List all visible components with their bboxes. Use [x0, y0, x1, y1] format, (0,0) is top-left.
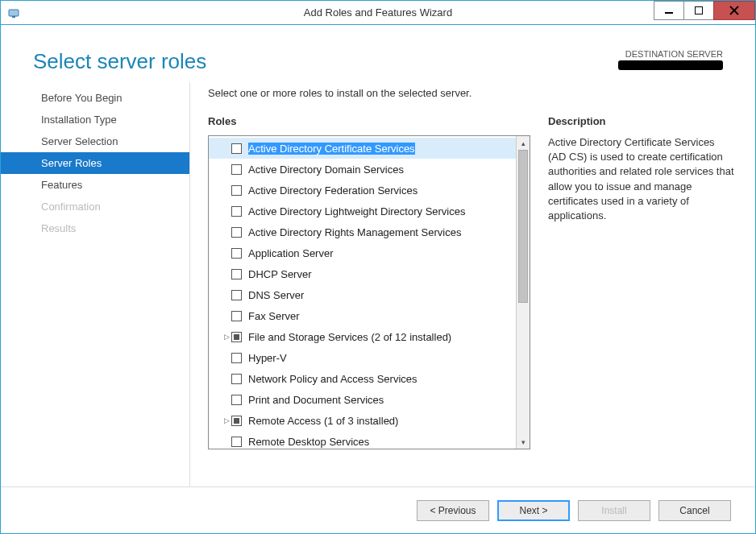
role-checkbox[interactable] [231, 227, 242, 238]
header: Select server roles DESTINATION SERVER [1, 25, 755, 82]
close-button[interactable] [713, 1, 755, 20]
instruction-text: Select one or more roles to install on t… [208, 87, 734, 99]
role-label: Print and Document Services [248, 394, 384, 406]
columns: Roles Active Directory Certificate Servi… [208, 115, 734, 449]
role-label: Remote Desktop Services [248, 436, 369, 448]
page-title: Select server roles [33, 49, 206, 74]
nav-item-results: Results [1, 217, 189, 239]
role-row[interactable]: DNS Server [209, 284, 516, 305]
destination-label-text: DESTINATION SERVER [618, 49, 723, 59]
description-text: Active Directory Certificate Services (A… [548, 135, 734, 223]
nav-item-server-selection[interactable]: Server Selection [1, 130, 189, 152]
window-title: Add Roles and Features Wizard [1, 6, 755, 19]
role-row[interactable]: Active Directory Domain Services [209, 159, 516, 180]
scroll-thumb[interactable] [518, 150, 528, 303]
role-label: File and Storage Services (2 of 12 insta… [248, 331, 451, 343]
destination-server-name [618, 60, 723, 70]
role-row[interactable]: Active Directory Federation Services [209, 180, 516, 201]
role-label: Application Server [248, 247, 334, 259]
scroll-down-button[interactable]: ▾ [517, 435, 530, 449]
cancel-button[interactable]: Cancel [658, 500, 731, 521]
window-controls [654, 1, 755, 24]
role-checkbox[interactable] [231, 374, 242, 384]
maximize-button[interactable] [683, 1, 714, 20]
nav-item-features[interactable]: Features [1, 174, 189, 196]
role-checkbox[interactable] [231, 353, 242, 363]
wizard-window: Add Roles and Features Wizard Select ser… [0, 0, 756, 534]
server-manager-icon [7, 6, 20, 19]
destination-server-label: DESTINATION SERVER [618, 49, 723, 72]
role-label: Active Directory Domain Services [248, 164, 404, 176]
role-row[interactable]: ▷File and Storage Services (2 of 12 inst… [209, 326, 516, 347]
role-checkbox[interactable] [231, 248, 242, 259]
role-label: Remote Access (1 of 3 installed) [248, 415, 398, 427]
content: Select server roles DESTINATION SERVER B… [1, 25, 755, 533]
roles-listbox: Active Directory Certificate ServicesAct… [208, 135, 530, 449]
role-label: Active Directory Lightweight Directory S… [248, 205, 465, 217]
role-row[interactable]: ▷Remote Access (1 of 3 installed) [209, 410, 516, 431]
role-row[interactable]: Network Policy and Access Services [209, 368, 516, 389]
role-label: Active Directory Certificate Services [248, 143, 415, 155]
scroll-track[interactable] [517, 150, 530, 435]
role-checkbox[interactable] [231, 437, 242, 447]
role-label: Network Policy and Access Services [248, 373, 417, 385]
roles-heading: Roles [208, 115, 530, 127]
role-checkbox[interactable] [231, 185, 242, 196]
previous-button[interactable]: < Previous [417, 500, 489, 521]
svg-rect-0 [9, 10, 19, 16]
role-row[interactable]: Active Directory Lightweight Directory S… [209, 201, 516, 221]
role-row[interactable]: Application Server [209, 242, 516, 263]
titlebar[interactable]: Add Roles and Features Wizard [1, 1, 755, 25]
nav-item-before-you-begin[interactable]: Before You Begin [1, 87, 189, 109]
role-checkbox[interactable] [231, 416, 242, 426]
description-column: Description Active Directory Certificate… [548, 115, 734, 449]
role-row[interactable]: Print and Document Services [209, 389, 516, 410]
role-row[interactable]: Remote Desktop Services [209, 431, 516, 449]
role-row[interactable]: DHCP Server [209, 263, 516, 284]
minimize-button[interactable] [654, 1, 684, 20]
main-panel: Select one or more roles to install on t… [190, 82, 755, 486]
role-row[interactable]: Fax Server [209, 305, 516, 326]
scroll-up-button[interactable]: ▴ [517, 136, 530, 150]
role-row[interactable]: Hyper-V [209, 347, 516, 368]
role-checkbox[interactable] [231, 290, 242, 300]
wizard-nav: Before You BeginInstallation TypeServer … [1, 82, 190, 486]
nav-item-server-roles[interactable]: Server Roles [1, 152, 189, 174]
roles-column: Roles Active Directory Certificate Servi… [208, 115, 530, 449]
role-checkbox[interactable] [231, 269, 242, 279]
nav-item-installation-type[interactable]: Installation Type [1, 109, 189, 130]
role-checkbox[interactable] [231, 332, 242, 342]
role-row[interactable]: Active Directory Rights Management Servi… [209, 221, 516, 242]
role-label: Fax Server [248, 310, 300, 322]
role-checkbox[interactable] [231, 311, 242, 321]
svg-rect-3 [695, 6, 703, 14]
footer: < Previous Next > Install Cancel [1, 486, 755, 533]
body: Before You BeginInstallation TypeServer … [1, 82, 755, 486]
install-button[interactable]: Install [578, 500, 650, 521]
description-heading: Description [548, 115, 734, 127]
roles-scrollbar[interactable]: ▴ ▾ [516, 136, 530, 449]
svg-rect-2 [665, 12, 673, 14]
role-label: Active Directory Rights Management Servi… [248, 226, 461, 238]
role-row[interactable]: Active Directory Certificate Services [209, 138, 516, 159]
role-label: DHCP Server [248, 268, 312, 280]
nav-item-confirmation: Confirmation [1, 196, 189, 217]
expand-icon[interactable]: ▷ [222, 416, 231, 424]
role-checkbox[interactable] [231, 143, 242, 154]
next-button[interactable]: Next > [497, 500, 570, 521]
role-label: DNS Server [248, 289, 304, 301]
role-label: Active Directory Federation Services [248, 184, 417, 197]
roles-list[interactable]: Active Directory Certificate ServicesAct… [209, 136, 516, 449]
role-label: Hyper-V [248, 352, 287, 364]
role-checkbox[interactable] [231, 395, 242, 405]
role-checkbox[interactable] [231, 164, 242, 175]
expand-icon[interactable]: ▷ [222, 333, 231, 341]
role-checkbox[interactable] [231, 206, 242, 217]
svg-rect-1 [12, 16, 15, 18]
